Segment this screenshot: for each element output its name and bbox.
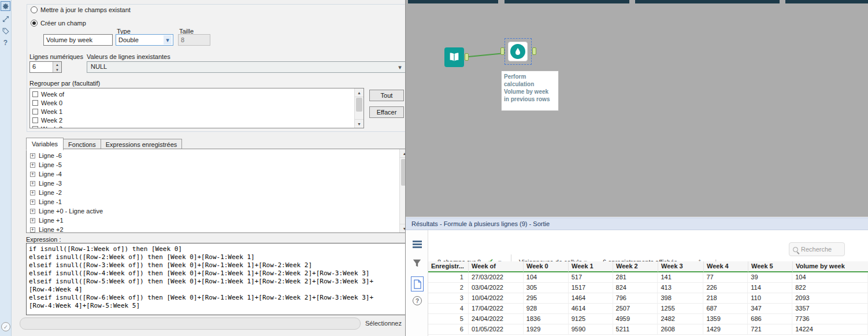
clear-button[interactable]: Effacer: [369, 106, 404, 118]
variable-item[interactable]: +Ligne -2: [27, 188, 399, 197]
navigation-tab-button[interactable]: [1, 14, 10, 24]
table-cell: 1836: [524, 314, 569, 324]
chevron-down-icon[interactable]: ▾: [396, 62, 404, 72]
column-header[interactable]: Week 0: [524, 261, 569, 272]
connection-line[interactable]: [469, 50, 505, 59]
output-anchor[interactable]: [532, 47, 536, 55]
table-cell: 822: [792, 283, 868, 293]
select-all-button[interactable]: Tout: [369, 90, 404, 101]
checkbox[interactable]: [32, 109, 38, 115]
expand-plus-icon[interactable]: +: [30, 209, 35, 214]
radio-create-field[interactable]: [31, 20, 38, 27]
type-dropdown[interactable]: Double ▾: [116, 34, 173, 46]
checkbox[interactable]: [32, 91, 38, 97]
page-icon: [414, 279, 421, 289]
scrollbar-thumb[interactable]: [356, 98, 362, 112]
spinner-up-icon[interactable]: ▲: [53, 62, 61, 67]
column-header[interactable]: Week 5: [748, 261, 793, 272]
select-button[interactable]: Sélectionnez: [365, 320, 402, 327]
table-row[interactable]: 310/04/202229514647963982181102093: [428, 293, 868, 304]
table-row[interactable]: 127/03/20221045172811417739104: [428, 272, 868, 283]
schema-view-button[interactable]: [413, 241, 422, 248]
variable-item[interactable]: +Ligne -4: [27, 169, 399, 179]
group-by-item[interactable]: Week 0: [30, 98, 354, 107]
expression-editor[interactable]: if isnull([Row-1:Week of]) then [Week 0]…: [26, 243, 410, 315]
table-cell: 721: [748, 324, 792, 334]
field-name-input[interactable]: Volume by week: [43, 34, 113, 46]
table-cell: 27/03/2022: [469, 272, 524, 282]
table-row[interactable]: 417/04/20229284614250712556873473357: [428, 304, 868, 314]
scroll-down-icon[interactable]: ▼: [355, 119, 363, 128]
search-box[interactable]: [789, 242, 845, 256]
select-expression-input[interactable]: [20, 317, 361, 330]
input-anchor[interactable]: [500, 47, 505, 55]
column-header[interactable]: Enregistr...: [428, 261, 469, 272]
variables-listbox[interactable]: +Ligne -6+Ligne -5+Ligne -4+Ligne -3+Lig…: [26, 149, 410, 233]
checkbox[interactable]: [32, 100, 38, 106]
variable-item[interactable]: +Ligne +2: [27, 225, 399, 232]
table-cell: 1464: [569, 293, 613, 303]
column-header[interactable]: Week 4: [704, 261, 748, 272]
variable-item[interactable]: +Ligne -1: [27, 197, 399, 206]
annotation-tab-button[interactable]: [1, 26, 10, 36]
variable-item[interactable]: +Ligne +0 - Ligne active: [27, 206, 399, 216]
expand-plus-icon[interactable]: +: [30, 190, 35, 195]
num-rows-spinner[interactable]: 6 ▲ ▼: [29, 61, 62, 73]
results-help-button[interactable]: ?: [413, 296, 422, 305]
configuration-tab-button[interactable]: [1, 1, 10, 11]
table-row[interactable]: 601/05/20221929959052112608142972114224: [428, 324, 868, 335]
filter-view-button[interactable]: [413, 259, 421, 268]
group-by-scrollbar[interactable]: ▲ ▼: [354, 88, 363, 128]
multi-row-formula-tool[interactable]: [508, 42, 528, 61]
expand-plus-icon[interactable]: +: [30, 172, 35, 177]
table-cell: 928: [524, 304, 569, 313]
group-by-listbox[interactable]: Week ofWeek 0Week 1Week 2Week 3 ▲ ▼: [29, 88, 364, 128]
expand-plus-icon[interactable]: +: [30, 153, 35, 158]
results-title-bar[interactable]: Résultats - Formule à plusieurs lignes (…: [406, 217, 868, 230]
input-data-tool[interactable]: [444, 47, 464, 67]
config-side-rail: ? ✓: [0, 0, 12, 336]
output-anchor[interactable]: [465, 53, 469, 61]
column-header[interactable]: Week 2: [613, 261, 658, 272]
variable-label: Ligne -5: [39, 161, 62, 168]
variable-item[interactable]: +Ligne +1: [27, 216, 399, 225]
variable-item[interactable]: +Ligne -5: [27, 160, 399, 169]
column-header[interactable]: Week 1: [569, 261, 613, 272]
tab-variables[interactable]: Variables: [26, 138, 64, 150]
expand-plus-icon[interactable]: +: [30, 227, 35, 232]
group-by-item[interactable]: Week 3: [30, 124, 354, 128]
checkbox[interactable]: [32, 126, 38, 128]
spinner-down-icon[interactable]: ▼: [53, 67, 61, 72]
workflow-canvas[interactable]: Perform calculation Volume by week in pr…: [405, 0, 868, 217]
table-cell: 295: [524, 293, 569, 303]
variable-item[interactable]: +Ligne -3: [27, 179, 399, 188]
group-by-item[interactable]: Week of: [30, 90, 354, 98]
group-by-item[interactable]: Week 2: [30, 116, 354, 124]
results-table-body[interactable]: 127/03/20221045172811417739104203/04/202…: [428, 272, 868, 336]
data-view-button[interactable]: [411, 276, 424, 291]
variable-item[interactable]: +Ligne -6: [27, 151, 399, 160]
table-row[interactable]: 524/04/2022183691254959248213596867736: [428, 314, 868, 324]
column-header[interactable]: Week 3: [658, 261, 704, 272]
size-value: 8: [181, 36, 184, 43]
search-input[interactable]: [801, 246, 838, 253]
table-row[interactable]: 203/04/20223051517824413226114822: [428, 283, 868, 293]
radio-update-existing[interactable]: [31, 6, 38, 13]
column-header[interactable]: Volume by week: [793, 261, 868, 272]
expand-plus-icon[interactable]: +: [30, 181, 35, 186]
nonexistent-value-dropdown[interactable]: NULL ▾: [87, 61, 406, 73]
expand-plus-icon[interactable]: +: [30, 218, 35, 223]
checkbox[interactable]: [32, 117, 38, 123]
row-number-cell: 3: [428, 293, 469, 303]
tool-annotation[interactable]: Perform calculation Volume by week in pr…: [501, 71, 559, 111]
scroll-up-icon[interactable]: ▲: [355, 88, 363, 97]
help-icon: ?: [416, 298, 419, 304]
column-header[interactable]: Week of: [469, 261, 524, 272]
group-by-item[interactable]: Week 1: [30, 107, 354, 116]
table-cell: 03/04/2022: [469, 283, 524, 293]
chevron-down-icon[interactable]: ▾: [164, 35, 172, 45]
canvas-tab-strip: [785, 0, 868, 3]
expand-plus-icon[interactable]: +: [30, 200, 35, 205]
help-tab-button[interactable]: ?: [1, 38, 10, 47]
expand-plus-icon[interactable]: +: [30, 163, 35, 168]
